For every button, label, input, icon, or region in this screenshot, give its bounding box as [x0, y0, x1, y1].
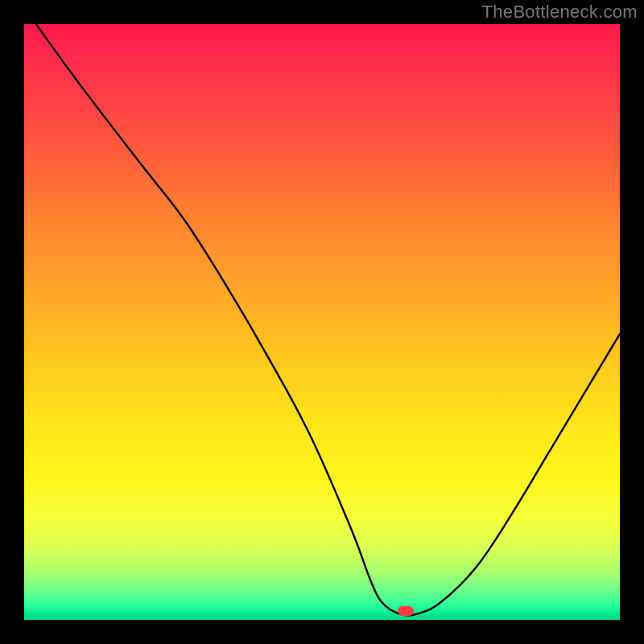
- chart-frame: TheBottleneck.com: [0, 0, 644, 644]
- watermark-text: TheBottleneck.com: [482, 2, 638, 23]
- optimal-marker: [398, 606, 414, 616]
- bottleneck-curve: [24, 24, 620, 620]
- plot-area: [24, 24, 620, 620]
